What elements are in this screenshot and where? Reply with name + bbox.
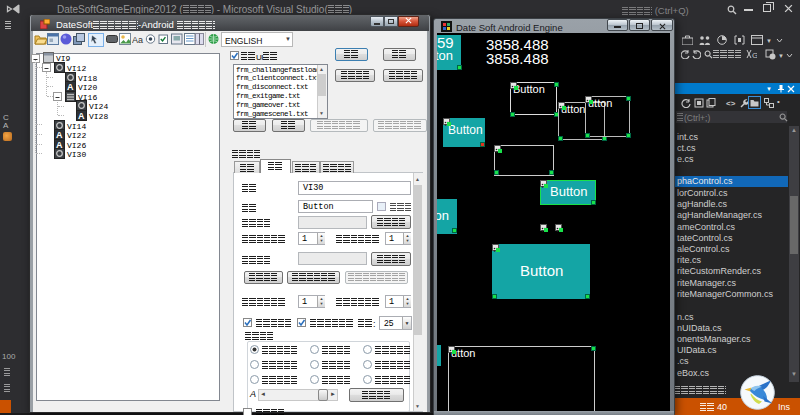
svg-text:G: G [752,51,757,59]
svg-text:A: A [78,111,85,121]
svg-text:Aa: Aa [132,35,143,45]
